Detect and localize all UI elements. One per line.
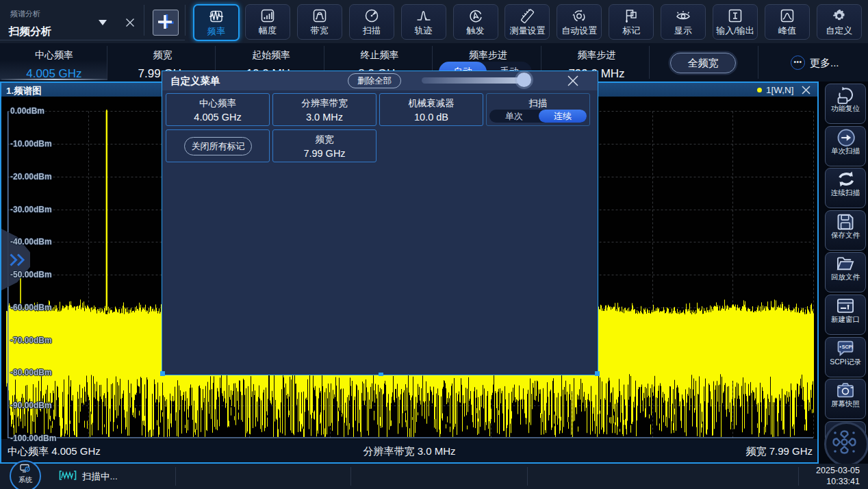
svg-text:SCPI: SCPI (842, 344, 853, 349)
